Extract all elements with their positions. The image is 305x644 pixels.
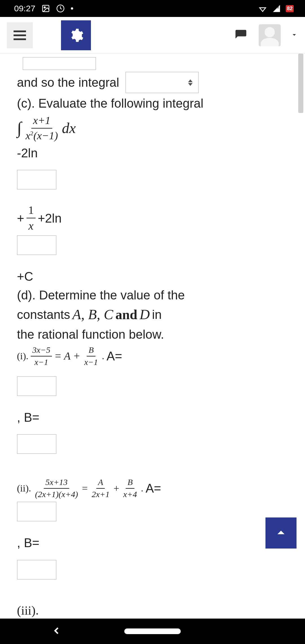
di-frac2: B x−1	[82, 344, 100, 368]
chevron-left-icon	[51, 625, 62, 636]
diii-label: (iii).	[17, 602, 39, 619]
integral-fraction: x+1 x2(x−1)	[24, 113, 60, 143]
scrollbar[interactable]	[298, 54, 304, 619]
part-d-2a: constants	[17, 306, 70, 323]
integral-select[interactable]	[125, 72, 199, 93]
answer-input-dii-a[interactable]	[17, 502, 56, 521]
scroll-top-button[interactable]	[265, 517, 297, 549]
scrollbar-thumb[interactable]	[298, 54, 303, 113]
B-equals-i: , B=	[17, 409, 40, 426]
dii-frac1: 5x+13 (2x+1)(x+4)	[33, 477, 80, 500]
answer-input-di-a[interactable]	[17, 376, 56, 396]
c-line1: -2ln	[17, 145, 38, 161]
gear-icon	[68, 27, 84, 43]
part-d-3: the rational function below.	[17, 326, 164, 343]
answer-input-dii-b[interactable]	[17, 560, 56, 580]
constant-d: D	[140, 305, 150, 324]
di-dot: .	[102, 350, 104, 363]
wifi-icon	[258, 4, 267, 13]
chevron-up-icon	[274, 526, 288, 540]
part-c-prompt: (c). Evaluate the following integral	[17, 95, 203, 112]
answer-input-c1[interactable]	[17, 170, 56, 190]
content-area[interactable]: and so the integral (c). Evaluate the fo…	[0, 54, 305, 619]
dii-frac2: A 2x+1	[90, 477, 111, 500]
navigation-bar	[0, 619, 305, 644]
app-header	[0, 17, 305, 54]
dii-eq: =	[82, 482, 88, 495]
chevron-down-icon	[290, 31, 298, 39]
di-frac1: 3x−5 x−1	[31, 344, 52, 368]
signal-icon: x	[272, 4, 281, 13]
chat-button[interactable]	[234, 28, 248, 42]
select-arrows-icon	[188, 79, 193, 86]
c-line2a: +	[17, 210, 24, 227]
A-equals-ii: A=	[145, 480, 161, 497]
answer-input-di-b[interactable]	[17, 434, 56, 454]
c-line2b: +2ln	[38, 210, 62, 227]
A-equals-i: A=	[106, 348, 122, 364]
di-label: (i).	[17, 350, 29, 363]
dx: dx	[62, 118, 76, 138]
avatar[interactable]	[259, 24, 281, 46]
part-d-1: (d). Determine the value of the	[17, 287, 185, 303]
dii-plus: +	[114, 482, 119, 495]
frac-1-x: 1 x	[27, 203, 36, 234]
battery-badge: 82	[286, 5, 294, 12]
part-d-in: in	[152, 306, 162, 323]
answer-input-c2[interactable]	[17, 235, 56, 255]
image-icon	[42, 4, 50, 13]
constants-abc: A, B, C	[72, 305, 113, 324]
dot-icon	[71, 7, 73, 10]
di-eq: = A +	[54, 349, 80, 363]
dii-frac3: B x+4	[121, 477, 139, 500]
text-intro: and so the integral	[17, 74, 119, 91]
user-menu-caret[interactable]	[290, 31, 298, 40]
B-equals-ii: , B=	[17, 534, 40, 551]
answer-input[interactable]	[23, 57, 96, 70]
menu-button[interactable]	[7, 22, 33, 48]
svg-point-1	[44, 7, 45, 8]
home-pill[interactable]	[124, 628, 181, 634]
integral-sign: ∫	[17, 117, 21, 140]
svg-text:x: x	[277, 5, 279, 9]
back-button[interactable]	[51, 625, 62, 638]
hamburger-icon	[14, 31, 26, 40]
status-bar: 09:27 x 82	[0, 0, 305, 17]
status-time: 09:27	[14, 4, 35, 13]
c-line3: +C	[17, 268, 33, 285]
and: and	[116, 306, 137, 324]
whatsapp-icon	[56, 4, 65, 13]
chat-icon	[234, 29, 247, 42]
settings-button[interactable]	[61, 20, 91, 50]
dii-label: (ii).	[17, 482, 31, 495]
